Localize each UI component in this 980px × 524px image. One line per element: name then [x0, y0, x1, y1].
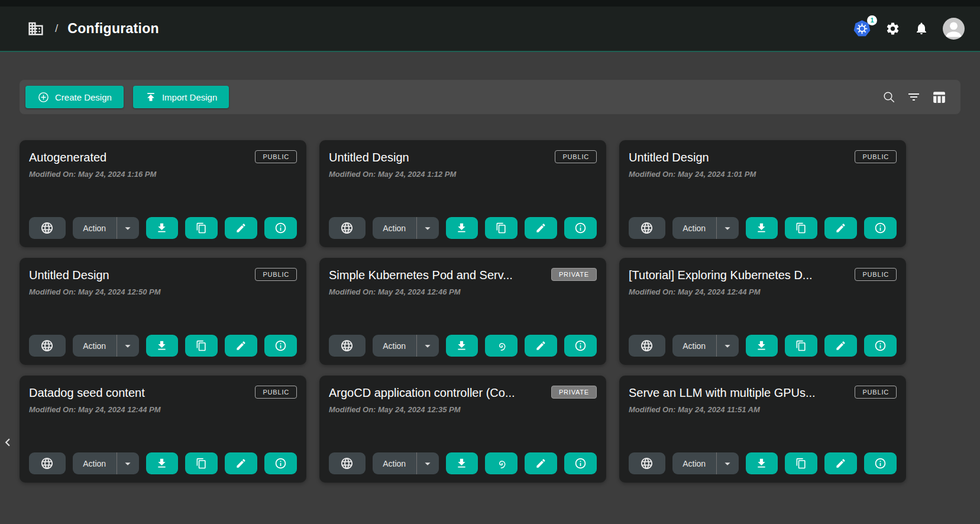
table-view-button[interactable]	[932, 90, 946, 105]
copy-button[interactable]	[185, 452, 218, 474]
copy-button[interactable]	[785, 217, 817, 239]
download-icon	[755, 222, 768, 234]
visibility-globe-button[interactable]	[329, 335, 366, 357]
info-button[interactable]	[264, 452, 297, 474]
copy-button[interactable]	[185, 217, 218, 239]
edit-button[interactable]	[525, 335, 557, 357]
spiral-button[interactable]	[485, 452, 518, 474]
design-modified: Modified On: May 24, 2024 1:12 PM	[329, 170, 597, 179]
info-button[interactable]	[564, 335, 597, 357]
download-button[interactable]	[746, 335, 778, 357]
copy-icon	[196, 340, 207, 351]
action-dropdown-button[interactable]	[416, 335, 439, 357]
info-button[interactable]	[864, 217, 897, 239]
info-button[interactable]	[564, 217, 597, 239]
notifications-button[interactable]	[914, 21, 929, 35]
download-button[interactable]	[446, 335, 478, 357]
visibility-globe-button[interactable]	[329, 452, 366, 474]
filter-button[interactable]	[907, 90, 921, 104]
info-icon	[574, 339, 587, 352]
action-dropdown-button[interactable]	[716, 217, 739, 239]
action-button[interactable]: Action	[373, 452, 416, 474]
download-icon	[156, 222, 168, 234]
download-button[interactable]	[146, 452, 179, 474]
edit-button[interactable]	[824, 335, 857, 357]
spiral-button[interactable]	[485, 335, 518, 357]
visibility-globe-button[interactable]	[29, 335, 66, 357]
visibility-globe-button[interactable]	[29, 217, 66, 239]
user-avatar	[943, 18, 965, 40]
visibility-globe-button[interactable]	[629, 452, 665, 474]
copy-button[interactable]	[785, 452, 817, 474]
action-dropdown-button[interactable]	[416, 217, 439, 239]
design-card-actions: Action	[629, 452, 897, 474]
organization-logo-button[interactable]	[27, 20, 44, 37]
action-button[interactable]: Action	[672, 452, 716, 474]
action-button[interactable]: Action	[373, 335, 416, 357]
action-dropdown-button[interactable]	[117, 217, 139, 239]
download-button[interactable]	[446, 217, 478, 239]
download-button[interactable]	[146, 217, 179, 239]
copy-button[interactable]	[185, 335, 218, 357]
user-menu-button[interactable]	[943, 18, 965, 40]
action-dropdown-button[interactable]	[716, 335, 739, 357]
globe-icon	[640, 339, 654, 352]
edit-button[interactable]	[225, 335, 257, 357]
action-dropdown-button[interactable]	[716, 452, 739, 474]
import-design-button[interactable]: Import Design	[133, 86, 229, 108]
sidebar-expand-toggle[interactable]	[0, 435, 15, 450]
download-icon	[455, 457, 468, 470]
info-button[interactable]	[264, 217, 297, 239]
info-icon	[274, 222, 287, 234]
design-title: Datadog seed content	[29, 386, 230, 400]
kubernetes-context-button[interactable]: 1	[853, 20, 871, 38]
search-button[interactable]	[882, 90, 896, 104]
edit-pencil-icon	[835, 458, 846, 469]
design-title: Untitled Design	[629, 151, 830, 164]
globe-icon	[340, 339, 354, 352]
action-dropdown-button[interactable]	[117, 335, 139, 357]
visibility-globe-button[interactable]	[29, 452, 66, 474]
info-button[interactable]	[264, 335, 297, 357]
copy-button[interactable]	[485, 217, 518, 239]
info-button[interactable]	[864, 335, 897, 357]
design-modified: Modified On: May 24, 2024 12:44 PM	[29, 405, 297, 414]
settings-button[interactable]	[885, 21, 900, 36]
edit-button[interactable]	[525, 217, 557, 239]
globe-icon	[340, 457, 354, 470]
action-button[interactable]: Action	[73, 335, 117, 357]
visibility-globe-button[interactable]	[629, 335, 665, 357]
download-icon	[755, 339, 768, 352]
action-button[interactable]: Action	[73, 452, 117, 474]
action-button[interactable]: Action	[672, 217, 716, 239]
action-button[interactable]: Action	[672, 335, 716, 357]
edit-button[interactable]	[824, 452, 857, 474]
download-button[interactable]	[746, 217, 778, 239]
download-button[interactable]	[146, 335, 179, 357]
action-button[interactable]: Action	[373, 217, 416, 239]
action-dropdown-button[interactable]	[416, 452, 439, 474]
action-button[interactable]: Action	[73, 217, 117, 239]
copy-icon	[795, 340, 807, 351]
edit-button[interactable]	[824, 217, 857, 239]
table-view-icon	[932, 90, 946, 105]
action-button-label: Action	[683, 459, 706, 468]
dropdown-caret-icon	[721, 339, 734, 352]
info-button[interactable]	[564, 452, 597, 474]
create-design-button[interactable]: Create Design	[25, 86, 124, 108]
plus-circle-icon	[37, 91, 50, 103]
visibility-globe-button[interactable]	[629, 217, 665, 239]
download-button[interactable]	[746, 452, 778, 474]
visibility-globe-button[interactable]	[329, 217, 366, 239]
copy-button[interactable]	[785, 335, 817, 357]
download-button[interactable]	[446, 452, 478, 474]
info-button[interactable]	[864, 452, 897, 474]
edit-button[interactable]	[525, 452, 557, 474]
design-card-actions: Action	[329, 217, 597, 239]
action-dropdown-button[interactable]	[117, 452, 139, 474]
spiral-icon	[495, 339, 508, 352]
edit-button[interactable]	[225, 217, 257, 239]
edit-button[interactable]	[225, 452, 257, 474]
design-card: [Tutorial] Exploring Kubernetes D... PUB…	[619, 258, 906, 365]
globe-icon	[40, 339, 54, 352]
